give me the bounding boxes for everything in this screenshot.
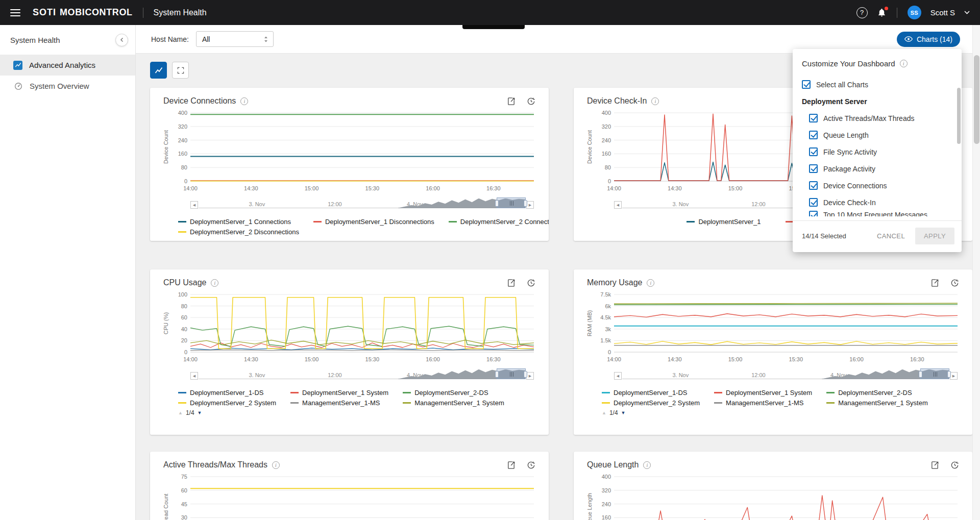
legend-item[interactable]: DeploymentServer_1 System	[290, 389, 388, 397]
legend-page-up[interactable]: ▲	[602, 410, 606, 415]
navigator-grip[interactable]	[511, 372, 512, 377]
chart-card: Queue Lengthi08016024032040014:0014:3015…	[574, 452, 972, 520]
navigator-left-arrow[interactable]: ◀	[190, 372, 198, 380]
legend-item[interactable]: DeploymentServer_1-DS	[178, 389, 276, 397]
navigator-selection[interactable]	[497, 197, 526, 208]
help-icon[interactable]: ?	[856, 7, 868, 18]
navigator-selection[interactable]	[920, 368, 949, 379]
legend-page-down[interactable]: ▼	[198, 410, 202, 415]
legend-page-down[interactable]: ▼	[621, 410, 626, 415]
legend-page-up[interactable]: ▲	[178, 410, 183, 415]
refresh-chart-button[interactable]	[525, 277, 536, 288]
info-icon[interactable]: i	[647, 279, 654, 287]
host-name-select[interactable]: All	[196, 31, 274, 47]
chart-view-button[interactable]	[150, 62, 167, 79]
legend-item[interactable]: DeploymentServer_1	[687, 218, 761, 226]
navigator-label: 3. Nov	[672, 201, 689, 207]
legend-item[interactable]: DeploymentServer_1 Connections	[178, 218, 299, 226]
refresh-chart-button[interactable]	[949, 277, 960, 288]
avatar[interactable]: SS	[908, 6, 921, 19]
sidebar-collapse-button[interactable]	[115, 34, 128, 46]
checkbox-checked[interactable]	[809, 198, 818, 207]
sidebar-item-system-overview[interactable]: System Overview	[0, 76, 135, 96]
chart-navigator: ◀▶3. Nov12:004. Nov	[190, 197, 534, 213]
navigator-label: 3. Nov	[249, 372, 265, 378]
legend-item[interactable]: ManagementServer_1-MS	[290, 399, 388, 407]
navigator-right-arrow[interactable]: ▶	[526, 201, 534, 209]
navigator-handle[interactable]	[495, 200, 499, 207]
refresh-chart-button[interactable]	[949, 459, 960, 471]
navigator-grip[interactable]	[935, 372, 936, 377]
page-scrollbar-thumb[interactable]	[974, 55, 979, 144]
legend-item[interactable]: DeploymentServer_2 System	[178, 399, 276, 407]
navigator-handle[interactable]	[947, 371, 951, 378]
page-scrollbar[interactable]	[972, 25, 980, 520]
svg-text:15:00: 15:00	[728, 185, 743, 191]
export-chart-button[interactable]	[929, 277, 940, 288]
legend-item[interactable]: DeploymentServer_1 System	[714, 389, 812, 397]
chevron-down-icon[interactable]	[964, 11, 970, 14]
legend-item[interactable]: ManagementServer_1 System	[826, 399, 928, 407]
cancel-button[interactable]: CANCEL	[877, 232, 905, 240]
svg-text:80: 80	[181, 164, 187, 170]
apply-button[interactable]: APPLY	[915, 228, 954, 244]
panel-checkbox-row: Active Threads/Max Threads	[809, 110, 949, 127]
refresh-chart-button[interactable]	[525, 95, 536, 107]
sidebar-item-advanced-analytics[interactable]: Advanced Analytics	[0, 55, 135, 76]
hamburger-menu-icon[interactable]	[10, 9, 20, 16]
charts-toggle-button[interactable]: Charts (14)	[897, 32, 960, 47]
info-icon[interactable]: i	[643, 461, 651, 469]
svg-text:Device Count: Device Count	[163, 130, 169, 164]
main-area: Host Name: All Charts (14) Device Connec…	[136, 25, 980, 520]
navigator-handle[interactable]	[919, 371, 922, 378]
checkbox-label: Select all Charts	[816, 81, 868, 89]
legend-item[interactable]: DeploymentServer_2 Disconnections	[178, 228, 299, 236]
checkbox-checked[interactable]	[809, 211, 818, 216]
info-icon[interactable]: i	[900, 60, 908, 67]
navigator-grip[interactable]	[511, 201, 512, 206]
checkbox-checked[interactable]	[809, 131, 818, 139]
navigator-left-arrow[interactable]: ◀	[614, 201, 622, 209]
navigator-handle[interactable]	[524, 200, 527, 207]
navigator-right-arrow[interactable]: ▶	[526, 372, 534, 380]
top-navbar: SOTI MOBICONTROL System Health ? SS Scot…	[0, 0, 980, 25]
checkbox-checked[interactable]	[809, 114, 818, 122]
legend-item[interactable]: DeploymentServer_2 System	[602, 399, 700, 407]
notifications-bell-icon[interactable]	[877, 8, 887, 17]
svg-text:240: 240	[178, 137, 187, 143]
chart-plot: 08016024032040014:0014:3015:0015:3016:00…	[161, 109, 538, 194]
checkbox-checked[interactable]	[809, 181, 818, 190]
svg-text:16:30: 16:30	[486, 356, 501, 362]
legend-item[interactable]: DeploymentServer_2 Connections	[449, 218, 549, 226]
user-menu[interactable]: Scott S	[930, 8, 955, 17]
svg-text:15:30: 15:30	[365, 356, 380, 362]
chart-legend: DeploymentServer_1 ConnectionsDeployment…	[178, 218, 549, 236]
export-chart-button[interactable]	[505, 95, 517, 107]
legend-item[interactable]: ManagementServer_1 System	[403, 399, 504, 407]
expand-all-button[interactable]	[172, 62, 189, 79]
export-chart-button[interactable]	[929, 459, 940, 471]
legend-item[interactable]: DeploymentServer_2-DS	[403, 389, 504, 397]
export-chart-button[interactable]	[505, 277, 517, 288]
legend-item[interactable]: DeploymentServer_1-DS	[602, 389, 700, 397]
navigator-left-arrow[interactable]: ◀	[614, 372, 622, 380]
info-icon[interactable]: i	[211, 279, 218, 287]
info-icon[interactable]: i	[272, 461, 280, 469]
navigator-left-arrow[interactable]: ◀	[190, 201, 198, 209]
legend-item[interactable]: DeploymentServer_2-DS	[826, 389, 928, 397]
refresh-chart-button[interactable]	[525, 459, 536, 471]
export-chart-button[interactable]	[505, 459, 517, 471]
chart-title: Active Threads/Max Threads	[163, 460, 267, 469]
navigator-handle[interactable]	[495, 371, 499, 378]
checkbox-checked[interactable]	[809, 147, 818, 156]
checkbox-checked[interactable]	[802, 80, 811, 89]
navigator-right-arrow[interactable]: ▶	[950, 372, 958, 380]
panel-scrollbar-thumb[interactable]	[957, 88, 961, 144]
info-icon[interactable]: i	[240, 97, 248, 105]
info-icon[interactable]: i	[651, 97, 659, 105]
legend-item[interactable]: ManagementServer_1-MS	[714, 399, 812, 407]
navigator-selection[interactable]	[497, 368, 526, 379]
legend-item[interactable]: DeploymentServer_1 Disconnections	[313, 218, 434, 226]
navigator-handle[interactable]	[524, 371, 527, 378]
checkbox-checked[interactable]	[809, 164, 818, 173]
